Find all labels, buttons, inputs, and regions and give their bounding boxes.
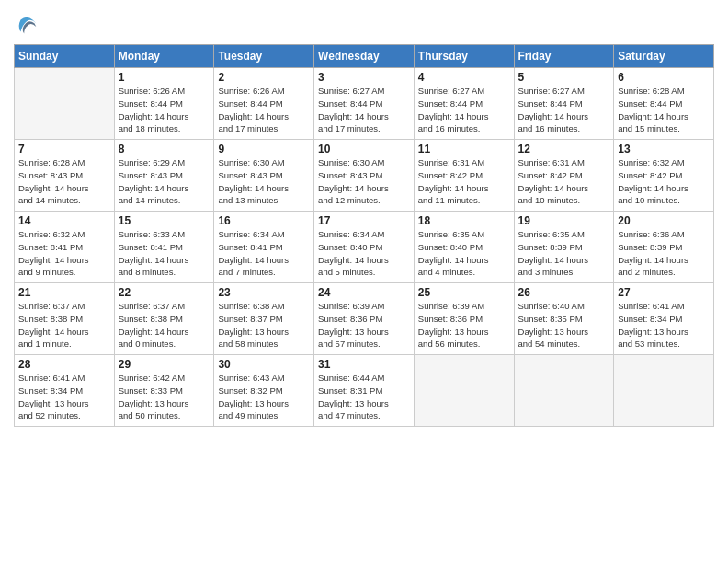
day-number: 7	[18, 143, 110, 155]
calendar-header: SundayMondayTuesdayWednesdayThursdayFrid…	[15, 45, 714, 68]
day-info: Sunrise: 6:30 AM Sunset: 8:43 PM Dayligh…	[318, 156, 410, 207]
weekday-header-sunday: Sunday	[15, 45, 115, 68]
day-number: 30	[218, 358, 310, 371]
day-number: 17	[318, 214, 410, 227]
day-number: 1	[119, 71, 210, 84]
calendar-cell: 10Sunrise: 6:30 AM Sunset: 8:43 PM Dayli…	[314, 140, 415, 212]
calendar-cell: 13Sunrise: 6:32 AM Sunset: 8:42 PM Dayli…	[614, 140, 714, 212]
day-number: 28	[18, 358, 110, 371]
week-row-5: 28Sunrise: 6:41 AM Sunset: 8:34 PM Dayli…	[15, 355, 714, 427]
day-number: 11	[418, 143, 510, 155]
day-info: Sunrise: 6:37 AM Sunset: 8:38 PM Dayligh…	[18, 300, 110, 350]
calendar-cell: 31Sunrise: 6:44 AM Sunset: 8:31 PM Dayli…	[314, 355, 415, 427]
calendar-cell: 8Sunrise: 6:29 AM Sunset: 8:43 PM Daylig…	[114, 140, 214, 212]
calendar-cell: 24Sunrise: 6:39 AM Sunset: 8:36 PM Dayli…	[314, 283, 415, 355]
calendar-cell: 12Sunrise: 6:31 AM Sunset: 8:42 PM Dayli…	[514, 140, 614, 212]
calendar-cell: 11Sunrise: 6:31 AM Sunset: 8:42 PM Dayli…	[414, 140, 514, 212]
day-number: 8	[119, 143, 210, 155]
day-info: Sunrise: 6:41 AM Sunset: 8:34 PM Dayligh…	[18, 372, 110, 422]
calendar-body: 1Sunrise: 6:26 AM Sunset: 8:44 PM Daylig…	[15, 68, 714, 427]
calendar-cell: 19Sunrise: 6:35 AM Sunset: 8:39 PM Dayli…	[514, 212, 614, 283]
day-info: Sunrise: 6:34 AM Sunset: 8:40 PM Dayligh…	[318, 228, 410, 279]
day-info: Sunrise: 6:34 AM Sunset: 8:41 PM Dayligh…	[218, 228, 310, 279]
day-number: 6	[618, 71, 710, 84]
calendar-cell: 4Sunrise: 6:27 AM Sunset: 8:44 PM Daylig…	[414, 68, 514, 140]
calendar-cell: 18Sunrise: 6:35 AM Sunset: 8:40 PM Dayli…	[414, 212, 514, 283]
calendar-cell	[514, 355, 614, 427]
weekday-header-thursday: Thursday	[414, 45, 514, 68]
day-number: 9	[218, 143, 310, 155]
calendar-cell	[15, 68, 115, 140]
weekday-header-friday: Friday	[514, 45, 614, 68]
day-number: 13	[618, 143, 710, 155]
day-info: Sunrise: 6:26 AM Sunset: 8:44 PM Dayligh…	[218, 85, 310, 135]
calendar-cell	[614, 355, 714, 427]
day-number: 26	[518, 286, 610, 299]
calendar-cell: 9Sunrise: 6:30 AM Sunset: 8:43 PM Daylig…	[214, 140, 314, 212]
calendar-cell: 6Sunrise: 6:28 AM Sunset: 8:44 PM Daylig…	[614, 68, 714, 140]
day-info: Sunrise: 6:42 AM Sunset: 8:33 PM Dayligh…	[119, 372, 210, 422]
day-number: 20	[618, 214, 710, 227]
day-info: Sunrise: 6:35 AM Sunset: 8:40 PM Dayligh…	[418, 228, 510, 279]
day-info: Sunrise: 6:32 AM Sunset: 8:41 PM Dayligh…	[18, 228, 110, 279]
day-info: Sunrise: 6:28 AM Sunset: 8:44 PM Dayligh…	[618, 85, 710, 135]
day-info: Sunrise: 6:27 AM Sunset: 8:44 PM Dayligh…	[318, 85, 410, 135]
day-number: 10	[318, 143, 410, 155]
calendar-cell: 20Sunrise: 6:36 AM Sunset: 8:39 PM Dayli…	[614, 212, 714, 283]
calendar-cell: 16Sunrise: 6:34 AM Sunset: 8:41 PM Dayli…	[214, 212, 314, 283]
day-number: 2	[218, 71, 310, 84]
calendar-cell: 7Sunrise: 6:28 AM Sunset: 8:43 PM Daylig…	[15, 140, 115, 212]
calendar-cell: 17Sunrise: 6:34 AM Sunset: 8:40 PM Dayli…	[314, 212, 415, 283]
calendar-cell: 2Sunrise: 6:26 AM Sunset: 8:44 PM Daylig…	[214, 68, 314, 140]
day-info: Sunrise: 6:27 AM Sunset: 8:44 PM Dayligh…	[518, 85, 610, 135]
calendar-cell: 22Sunrise: 6:37 AM Sunset: 8:38 PM Dayli…	[114, 283, 214, 355]
calendar-cell: 14Sunrise: 6:32 AM Sunset: 8:41 PM Dayli…	[15, 212, 115, 283]
day-number: 29	[119, 358, 210, 371]
calendar-cell: 30Sunrise: 6:43 AM Sunset: 8:32 PM Dayli…	[214, 355, 314, 427]
day-info: Sunrise: 6:39 AM Sunset: 8:36 PM Dayligh…	[418, 300, 510, 350]
day-number: 23	[218, 286, 310, 299]
week-row-4: 21Sunrise: 6:37 AM Sunset: 8:38 PM Dayli…	[15, 283, 714, 355]
day-number: 31	[318, 358, 410, 371]
day-info: Sunrise: 6:36 AM Sunset: 8:39 PM Dayligh…	[618, 228, 710, 279]
day-info: Sunrise: 6:31 AM Sunset: 8:42 PM Dayligh…	[518, 156, 610, 207]
day-info: Sunrise: 6:28 AM Sunset: 8:43 PM Dayligh…	[18, 156, 110, 207]
calendar-cell: 1Sunrise: 6:26 AM Sunset: 8:44 PM Daylig…	[114, 68, 214, 140]
day-number: 22	[119, 286, 210, 299]
calendar-cell: 28Sunrise: 6:41 AM Sunset: 8:34 PM Dayli…	[15, 355, 115, 427]
calendar-cell: 5Sunrise: 6:27 AM Sunset: 8:44 PM Daylig…	[514, 68, 614, 140]
weekday-row: SundayMondayTuesdayWednesdayThursdayFrid…	[15, 45, 714, 68]
day-number: 25	[418, 286, 510, 299]
week-row-2: 7Sunrise: 6:28 AM Sunset: 8:43 PM Daylig…	[15, 140, 714, 212]
weekday-header-monday: Monday	[114, 45, 214, 68]
day-info: Sunrise: 6:31 AM Sunset: 8:42 PM Dayligh…	[418, 156, 510, 207]
day-info: Sunrise: 6:27 AM Sunset: 8:44 PM Dayligh…	[418, 85, 510, 135]
weekday-header-saturday: Saturday	[614, 45, 714, 68]
calendar-cell: 27Sunrise: 6:41 AM Sunset: 8:34 PM Dayli…	[614, 283, 714, 355]
logo-icon	[14, 13, 40, 39]
weekday-header-tuesday: Tuesday	[214, 45, 314, 68]
week-row-1: 1Sunrise: 6:26 AM Sunset: 8:44 PM Daylig…	[15, 68, 714, 140]
day-info: Sunrise: 6:26 AM Sunset: 8:44 PM Dayligh…	[119, 85, 210, 135]
calendar-cell: 25Sunrise: 6:39 AM Sunset: 8:36 PM Dayli…	[414, 283, 514, 355]
day-number: 14	[18, 214, 110, 227]
day-number: 15	[119, 214, 210, 227]
day-number: 24	[318, 286, 410, 299]
calendar-cell: 3Sunrise: 6:27 AM Sunset: 8:44 PM Daylig…	[314, 68, 415, 140]
calendar-cell	[414, 355, 514, 427]
day-info: Sunrise: 6:33 AM Sunset: 8:41 PM Dayligh…	[119, 228, 210, 279]
day-number: 16	[218, 214, 310, 227]
day-info: Sunrise: 6:39 AM Sunset: 8:36 PM Dayligh…	[318, 300, 410, 350]
day-number: 3	[318, 71, 410, 84]
week-row-3: 14Sunrise: 6:32 AM Sunset: 8:41 PM Dayli…	[15, 212, 714, 283]
calendar-table: SundayMondayTuesdayWednesdayThursdayFrid…	[14, 44, 714, 427]
calendar-cell: 29Sunrise: 6:42 AM Sunset: 8:33 PM Dayli…	[114, 355, 214, 427]
day-number: 19	[518, 214, 610, 227]
day-info: Sunrise: 6:35 AM Sunset: 8:39 PM Dayligh…	[518, 228, 610, 279]
calendar-cell: 15Sunrise: 6:33 AM Sunset: 8:41 PM Dayli…	[114, 212, 214, 283]
day-info: Sunrise: 6:37 AM Sunset: 8:38 PM Dayligh…	[119, 300, 210, 350]
day-info: Sunrise: 6:40 AM Sunset: 8:35 PM Dayligh…	[518, 300, 610, 350]
day-number: 21	[18, 286, 110, 299]
calendar-cell: 26Sunrise: 6:40 AM Sunset: 8:35 PM Dayli…	[514, 283, 614, 355]
day-info: Sunrise: 6:41 AM Sunset: 8:34 PM Dayligh…	[618, 300, 710, 350]
